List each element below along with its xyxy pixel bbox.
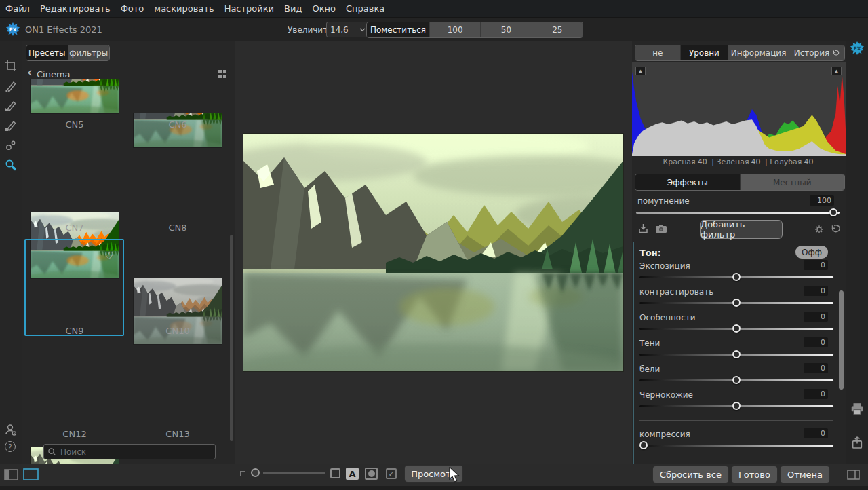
save-preset-icon[interactable] [637, 223, 649, 234]
view-blank-icon[interactable] [330, 468, 340, 478]
zoom-50-button[interactable]: 50 [480, 22, 531, 37]
preset-thumb-cn5[interactable] [31, 79, 119, 113]
main-photo[interactable] [243, 134, 623, 371]
tab-effects[interactable]: Эффекты [635, 174, 740, 190]
preset-label: CN8 [128, 223, 227, 233]
tone-filter-pane: Тон: Офф Экспозиция 0 контрастировать 0 … [633, 242, 842, 464]
grid-view-icon[interactable] [218, 70, 227, 79]
help-icon[interactable]: ? [5, 441, 16, 452]
slider-value[interactable]: 0 [804, 286, 828, 296]
slider-value[interactable]: 0 [804, 312, 828, 322]
slider-knob[interactable] [639, 441, 648, 449]
slider-track[interactable] [639, 379, 833, 381]
slider-shadows: Тени 0 [634, 339, 842, 364]
tab-nav[interactable]: не [635, 45, 680, 60]
crop-tool-icon[interactable] [5, 60, 17, 72]
menu-file[interactable]: Файл [5, 3, 30, 14]
slider-exposure: Экспозиция 0 [634, 261, 842, 287]
back-chevron-icon[interactable]: ‹ [27, 66, 33, 79]
tab-presets[interactable]: Пресеты [26, 45, 68, 60]
shadow-clip-icon[interactable]: ▲ [635, 67, 646, 75]
slider-track[interactable] [639, 445, 833, 447]
slider-knob[interactable] [732, 402, 741, 410]
thumb-size-knob[interactable] [251, 468, 260, 477]
menu-edit[interactable]: Редактировать [40, 3, 111, 14]
effects-scrollbar[interactable] [839, 290, 844, 390]
opacity-slider[interactable] [636, 212, 840, 214]
menu-settings[interactable]: Настройки [224, 3, 274, 14]
thumb-size-track[interactable] [263, 472, 326, 474]
menu-window[interactable]: Окно [312, 3, 336, 14]
slider-value[interactable]: 0 [804, 389, 828, 399]
highlight-clip-icon[interactable]: ▲ [831, 67, 842, 75]
thumb-size-small-icon [240, 471, 245, 476]
slider-value[interactable]: 0 [804, 337, 828, 347]
refine-brush-tool-icon[interactable] [5, 119, 17, 132]
done-button[interactable]: Готово [732, 466, 777, 483]
slider-value[interactable]: 0 [804, 260, 828, 270]
add-filter-button[interactable]: Добавить фильтр [700, 220, 783, 239]
zoom-25-button[interactable]: 25 [532, 22, 583, 37]
zoom-100-button[interactable]: 100 [429, 22, 480, 37]
rgb-readout: Красная40 | Зелёная40 | Голубая40 [632, 157, 846, 166]
opacity-label: помутнение [637, 196, 690, 206]
zoom-pan-tool-icon[interactable] [4, 158, 18, 172]
chroma-mask-tool-icon[interactable] [5, 139, 17, 151]
slider-value[interactable]: 0 [804, 428, 828, 438]
menu-help[interactable]: Справка [346, 3, 384, 14]
slider-knob[interactable] [732, 350, 741, 358]
gear-icon[interactable] [814, 224, 825, 235]
favorite-heart-icon[interactable]: ♡ [104, 250, 113, 262]
reset-all-button[interactable]: Сбросить все [653, 466, 728, 483]
enabled-check-icon[interactable]: ✓ [386, 468, 397, 479]
split-view-icon[interactable] [847, 470, 860, 480]
slider-track[interactable] [639, 354, 833, 356]
search-input[interactable] [59, 445, 211, 459]
slider-value[interactable]: 0 [804, 363, 828, 373]
mask-brush-tool-icon[interactable] [5, 80, 17, 92]
tab-filters[interactable]: фильтры [68, 45, 110, 60]
preset-panel-toggle-icon[interactable] [23, 468, 39, 480]
opacity-knob[interactable] [829, 208, 837, 216]
right-panel-tabs: не Уровни Информация История [635, 45, 845, 61]
preset-label: CN6 [128, 119, 227, 130]
histogram[interactable]: ▲ ▲ [632, 62, 846, 156]
zoom-value-dropdown[interactable]: 14,6 [326, 22, 370, 37]
slider-knob[interactable] [732, 376, 741, 384]
tab-info[interactable]: Информация [728, 45, 789, 60]
view-text-icon[interactable]: А [346, 468, 359, 480]
menu-mask[interactable]: маскировать [154, 3, 214, 14]
print-icon[interactable] [850, 402, 865, 417]
camera-icon[interactable] [655, 223, 667, 234]
search-field[interactable] [43, 444, 216, 459]
category-title[interactable]: Cinema [37, 69, 71, 79]
preset-thumb-cn6[interactable] [134, 113, 222, 147]
slider-knob[interactable] [732, 273, 741, 281]
fit-button[interactable]: Поместиться [367, 22, 429, 37]
export-share-icon[interactable] [851, 436, 863, 449]
tab-local[interactable]: Местный [740, 174, 845, 190]
canvas-area [235, 41, 632, 464]
slider-track[interactable] [639, 328, 833, 330]
slider-track[interactable] [639, 302, 833, 304]
slider-knob[interactable] [732, 324, 741, 333]
account-icon[interactable] [5, 423, 17, 436]
tone-off-button[interactable]: Офф [795, 246, 828, 259]
mouse-cursor [448, 467, 460, 483]
window-edge [0, 486, 868, 490]
presets-scrollbar[interactable] [230, 235, 233, 441]
cancel-button[interactable]: Отмена [781, 466, 829, 483]
opacity-value[interactable]: 100 [810, 195, 834, 206]
reset-pane-icon[interactable] [830, 224, 841, 235]
tab-levels[interactable]: Уровни [680, 45, 728, 60]
mask-view-icon[interactable] [365, 468, 378, 480]
history-undo-icon [832, 50, 840, 57]
menu-view[interactable]: Вид [284, 3, 302, 14]
slider-track[interactable] [639, 276, 833, 278]
mask-bug-tool-icon[interactable] [5, 100, 17, 112]
browse-panel-toggle-icon[interactable] [4, 469, 18, 480]
slider-knob[interactable] [732, 299, 741, 307]
menu-photo[interactable]: Фото [121, 3, 144, 14]
tab-history[interactable]: История [789, 45, 844, 60]
slider-track[interactable] [639, 405, 833, 407]
